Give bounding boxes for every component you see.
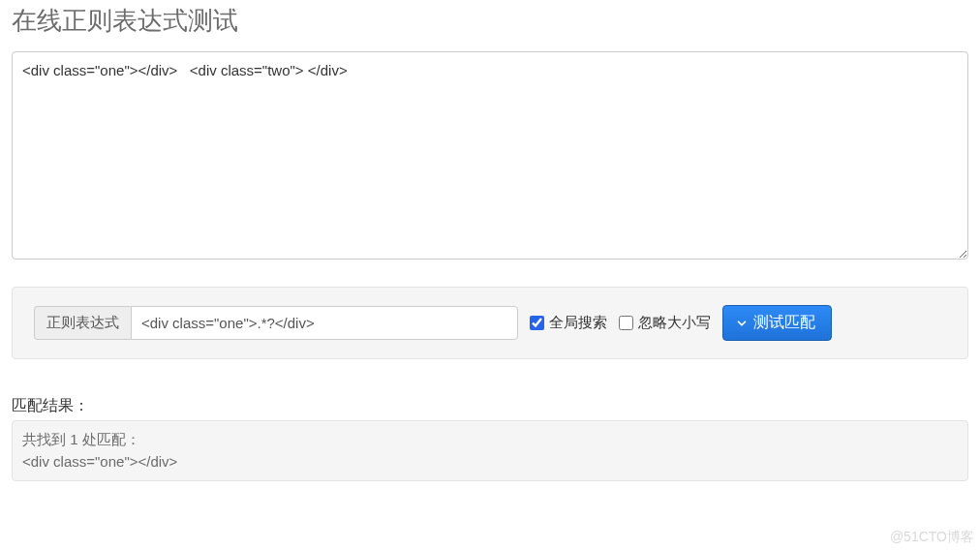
regex-input-group: 正则表达式 — [34, 306, 518, 340]
source-text-input[interactable]: <div class="one"></div> <div class="two"… — [12, 51, 968, 260]
results-box: 共找到 1 处匹配： <div class="one"></div> — [12, 420, 968, 481]
ignore-case-checkbox[interactable] — [619, 316, 633, 330]
chevron-down-icon — [735, 317, 749, 330]
global-search-checkbox[interactable] — [530, 316, 544, 330]
test-button-label: 测试匹配 — [753, 313, 815, 333]
results-match: <div class="one"></div> — [22, 453, 177, 470]
results-summary: 共找到 1 处匹配： — [22, 431, 140, 447]
regex-input[interactable] — [131, 306, 518, 340]
results-section: 匹配结果： 共找到 1 处匹配： <div class="one"></div> — [12, 396, 968, 481]
ignore-case-option[interactable]: 忽略大小写 — [619, 314, 711, 332]
global-search-option[interactable]: 全局搜索 — [530, 314, 607, 332]
global-search-label: 全局搜索 — [549, 314, 607, 332]
test-match-button[interactable]: 测试匹配 — [722, 305, 832, 341]
ignore-case-label: 忽略大小写 — [638, 314, 711, 332]
controls-panel: 正则表达式 全局搜索 忽略大小写 测试匹配 — [12, 287, 968, 359]
results-heading: 匹配结果： — [12, 396, 968, 416]
regex-label: 正则表达式 — [34, 306, 131, 340]
page-title: 在线正则表达式测试 — [12, 4, 968, 38]
